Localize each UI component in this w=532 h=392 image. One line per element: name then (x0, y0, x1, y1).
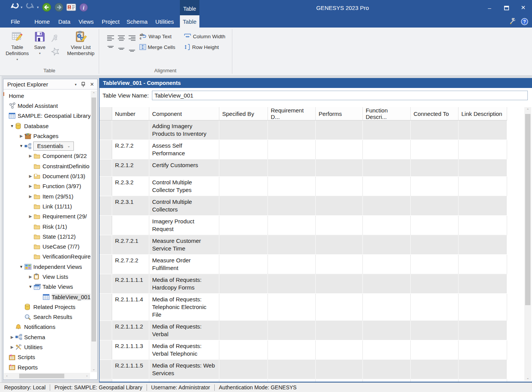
settings-wrench-icon[interactable] (509, 18, 516, 25)
column-header-number[interactable]: Number (112, 107, 149, 120)
cell-empty[interactable] (315, 196, 362, 216)
tree-item-schema[interactable]: ▶Schema (3, 332, 90, 342)
cell-number[interactable]: R.2.1.1.1.3 (112, 340, 149, 360)
back-button[interactable] (42, 2, 52, 12)
star-icon[interactable] (51, 47, 60, 57)
row-header-cell[interactable] (100, 321, 112, 340)
cell-empty[interactable] (268, 216, 315, 235)
cell-number[interactable] (112, 120, 149, 140)
column-header-function-descri[interactable]: Function Descri... (362, 107, 410, 120)
cell-empty[interactable] (268, 177, 315, 196)
cell-empty[interactable] (315, 274, 362, 294)
tree-item-notifications[interactable]: Notifications (3, 322, 90, 332)
row-header-cell[interactable] (100, 120, 112, 140)
cell-empty[interactable] (458, 255, 507, 274)
collapse-arrow-icon[interactable]: ▼ (9, 124, 15, 128)
cell-number[interactable] (112, 216, 149, 235)
align-left-button[interactable] (106, 33, 116, 43)
ribbon-tab-home[interactable]: Home (31, 15, 53, 28)
cell-empty[interactable] (410, 216, 458, 235)
row-header-cell[interactable] (100, 360, 112, 379)
cell-component[interactable]: Control Multiple Collectors (149, 196, 219, 216)
cell-empty[interactable] (315, 379, 362, 382)
tree-item-component-9-22[interactable]: ▶Component (9/22 (3, 151, 90, 161)
tree-item-model-assistant[interactable]: Model Assistant (3, 101, 90, 111)
valign-top-button[interactable] (106, 44, 116, 54)
ribbon-tab-file[interactable]: File (5, 15, 26, 28)
cell-empty[interactable] (362, 321, 410, 340)
align-center-button[interactable] (116, 33, 126, 43)
cell-empty[interactable] (268, 140, 315, 159)
cell-component[interactable]: Monitor Self Performance (149, 379, 219, 382)
tree-item-table-views[interactable]: ▼Table Views (3, 282, 90, 292)
tree-item-constraintdefinitio[interactable]: ConstraintDefinitio (3, 161, 90, 171)
tree-item-utilities[interactable]: ▶Utilities (3, 342, 90, 352)
cell-empty[interactable] (362, 120, 410, 140)
cell-empty[interactable] (362, 159, 410, 177)
cell-empty[interactable] (458, 379, 507, 382)
cell-component[interactable]: Assess Self Performance (149, 140, 219, 159)
column-width-button[interactable]: Column Width (184, 32, 225, 41)
cell-empty[interactable] (410, 294, 458, 321)
cell-empty[interactable] (458, 177, 507, 196)
row-header-corner[interactable] (100, 107, 112, 120)
ribbon-tab-schema[interactable]: Schema (125, 15, 149, 28)
cell-empty[interactable] (458, 274, 507, 294)
cell-component[interactable]: Adding Imagery Products to Inventory (149, 120, 219, 140)
pin-icon[interactable] (51, 34, 60, 43)
tree-item-scripts[interactable]: Scripts (3, 352, 90, 362)
cell-empty[interactable] (219, 255, 268, 274)
cell-empty[interactable] (362, 294, 410, 321)
cell-empty[interactable] (268, 294, 315, 321)
redo-dropdown[interactable]: ▾ (37, 5, 39, 9)
row-header-cell[interactable] (100, 379, 112, 382)
cell-empty[interactable] (410, 159, 458, 177)
view-list-membership-button[interactable]: View List Membership (64, 31, 97, 57)
row-height-button[interactable]: Row Height (184, 43, 219, 51)
cell-empty[interactable] (268, 340, 315, 360)
column-header-performs[interactable]: Performs (315, 107, 362, 120)
save-button[interactable]: Save ▾ (31, 31, 48, 55)
cell-empty[interactable] (410, 140, 458, 159)
expand-arrow-icon[interactable]: ▶ (27, 194, 34, 198)
collapse-arrow-icon[interactable]: ▼ (18, 265, 24, 269)
cell-empty[interactable] (315, 255, 362, 274)
tree-item-sample-geospatial-library[interactable]: SAMPLE: Geospatial Library (3, 111, 90, 121)
cell-empty[interactable] (315, 177, 362, 196)
redo-button[interactable] (26, 2, 36, 12)
table-view-name-input[interactable] (152, 91, 528, 100)
ribbon-tab-project[interactable]: Project (99, 15, 122, 28)
cell-number[interactable]: R.2.1.1.1.1 (112, 274, 149, 294)
tree-item-risk-1-1[interactable]: Risk (1/1) (3, 221, 90, 231)
cell-empty[interactable] (362, 140, 410, 159)
save-dropdown[interactable]: ▾ (39, 52, 41, 55)
expand-arrow-icon[interactable]: ▶ (27, 174, 34, 178)
cell-empty[interactable] (219, 340, 268, 360)
tree-item-essentials[interactable]: ▼Essentials⌄ (3, 141, 90, 151)
ribbon-tab-views[interactable]: Views (76, 15, 96, 28)
valign-bottom-button[interactable] (127, 44, 137, 54)
cell-empty[interactable] (410, 196, 458, 216)
tree-horizontal-scrollbar[interactable]: ‹ › (4, 373, 90, 379)
cell-number[interactable]: R.2.3.2 (112, 177, 149, 196)
tree-item-tableview-001[interactable]: TableView_001 (3, 292, 90, 302)
collapse-arrow-icon[interactable]: ▼ (27, 285, 34, 289)
tree-item-database[interactable]: ▼Database (3, 121, 90, 131)
forward-button[interactable] (54, 2, 64, 12)
tree-item-link-11-11[interactable]: Link (11/11) (3, 201, 90, 211)
cell-empty[interactable] (410, 321, 458, 340)
cell-empty[interactable] (219, 360, 268, 379)
cell-component[interactable]: Media of Requests: Verbal Telephonic (149, 340, 219, 360)
cell-number[interactable]: R.2.7.1 (112, 379, 149, 382)
pin-panel-icon[interactable] (81, 82, 85, 87)
cell-empty[interactable] (219, 321, 268, 340)
row-header-cell[interactable] (100, 294, 112, 321)
ribbon-tab-utilities[interactable]: Utilities (152, 15, 178, 28)
row-header-cell[interactable] (100, 140, 112, 159)
tree-item-packages[interactable]: ▶Packages (3, 131, 90, 141)
cell-number[interactable]: R.2.7.2.1 (112, 235, 149, 255)
tree-item-view-lists[interactable]: ▶View Lists (3, 272, 90, 281)
cell-empty[interactable] (219, 235, 268, 255)
cell-empty[interactable] (315, 340, 362, 360)
maximize-button[interactable] (501, 2, 512, 13)
